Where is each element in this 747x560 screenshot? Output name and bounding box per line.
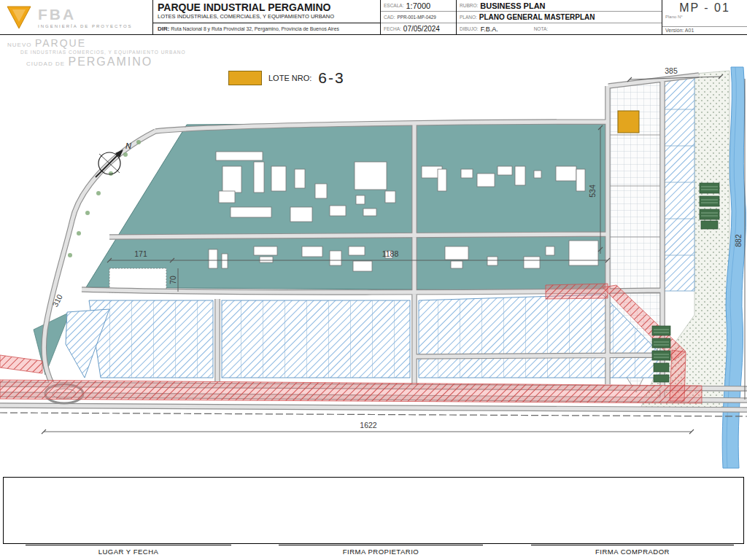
signature-label: LUGAR Y FECHA [26,548,231,556]
lot-color-swatch [228,71,262,85]
version-value: A01 [685,28,694,33]
project-title-cell: PARQUE INDUSTRIAL PERGAMINO LOTES INDUST… [153,0,381,34]
watermark-parque: PARQUE [35,37,86,49]
signature-box [3,477,744,544]
dimension-1622: 1622 [360,421,377,429]
commercial-lot-blocks [66,295,662,378]
watermark-ciudad-de: CIUDAD DE [26,61,65,67]
dibujo-label: DIBUJO: [460,26,479,31]
project-subtitle: LOTES INDUSTRIALES, COMERCIALES, Y EQUIP… [153,13,380,21]
signature-label: FIRMA PROPIETARIO [279,548,483,556]
company-logo: FBA INGENIERÍA DE PROYECTOS [0,0,153,34]
watermark-pergamino: PERGAMINO [68,55,152,68]
rubro-label: RUBRO: [460,3,478,8]
plano-value: PLANO GENERAL MASTERPLAN [479,13,595,21]
masterplan-sheet: N 385 534 882 310 171 70 1188 1622 [0,0,747,560]
fecha-label: FECHA: [384,26,401,31]
sheet-version: Versión: A01 [662,26,747,34]
plano-row: PLANO: PLANO GENERAL MASTERPLAN [457,12,662,23]
sheet-code: MP - 01 [662,0,747,15]
dir-value: Ruta Nacional 8 y Ruta Provincial 32, Pe… [171,26,338,31]
watermark-line3: CIUDAD DE PERGAMINO [26,55,185,69]
dimension-70: 70 [169,276,177,284]
signature-label: FIRMA COMPRADOR [531,548,734,556]
plano-cell: RUBRO: BUSINESS PLAN PLANO: PLANO GENERA… [457,0,662,34]
escala-row: ESCALA: 1:7000 [381,0,456,12]
rubro-row: RUBRO: BUSINESS PLAN [457,0,662,12]
signature-field-lugar-y-fecha: LUGAR Y FECHA [26,545,231,556]
signature-line [26,545,231,545]
watermark-line2: DE INDUSTRIAS COMERCIOS, Y EQUIPAMIENTO … [20,50,185,55]
dibujo-nota-row: DIBUJO: F.B.A. NOTA: [457,23,662,34]
dimension-534: 534 [588,184,597,198]
fecha-value: 07/05/2024 [403,25,440,33]
lot-legend-value: 6-3 [318,69,344,87]
title-block: FBA INGENIERÍA DE PROYECTOS PARQUE INDUS… [0,0,747,35]
watermark-nuevo: NUEVO [7,42,31,48]
sheet-number-cell: MP - 01 Plano N° Versión: A01 [662,0,747,34]
meta-cell: ESCALA: 1:7000 CAD: PPR-001-MP-0429 FECH… [381,0,457,34]
masterplan-drawing: N 385 534 882 310 171 70 1188 1622 [0,0,747,560]
dimension-385: 385 [665,66,678,75]
watermark-line1: NUEVO PARQUE [7,36,185,50]
logo-tagline: INGENIERÍA DE PROYECTOS [38,24,133,28]
cad-row: CAD: PPR-001-MP-0429 [381,12,456,23]
fecha-row: FECHA: 07/05/2024 [381,23,456,34]
version-label: Versión: [665,28,684,33]
dimension-1188: 1188 [382,249,399,258]
signature-field-firma-propietario: FIRMA PROPIETARIO [279,545,483,556]
highlighted-lot-6-3 [618,111,639,133]
north-label: N [125,141,131,150]
lot-legend-label: LOTE NRO: [268,74,311,82]
escala-value: 1:7000 [406,1,430,10]
plano-label: PLANO: [460,15,477,20]
project-watermark: NUEVO PARQUE DE INDUSTRIAS COMERCIOS, Y … [7,36,185,69]
project-title: PARQUE INDUSTRIAL PERGAMINO [153,0,380,13]
dibujo-value: F.B.A. [481,26,498,33]
plano-nro-label: Plano N° [662,15,747,19]
cad-label: CAD: [384,15,395,20]
signature-field-firma-comprador: FIRMA COMPRADOR [531,545,734,556]
cad-value: PPR-001-MP-0429 [398,15,436,20]
rubro-value: BUSINESS PLAN [480,1,545,10]
nota-label: NOTA: [534,26,548,31]
fba-logo-icon [6,5,32,30]
lot-legend: LOTE NRO: 6-3 [228,69,345,87]
signature-line [531,545,734,545]
dir-label: DIR: [158,26,169,32]
dimension-171: 171 [134,249,147,258]
north-arrow-icon: N [96,141,131,177]
logo-name: FBA [38,7,133,22]
dimension-882: 882 [734,234,743,247]
project-address: DIR: Ruta Nacional 8 y Ruta Provincial 3… [153,23,380,34]
signature-line [279,545,483,545]
escala-label: ESCALA: [384,3,403,8]
